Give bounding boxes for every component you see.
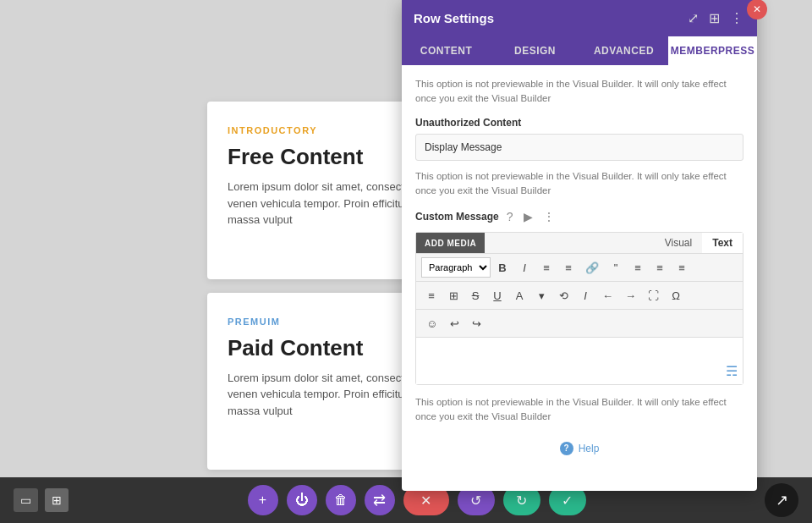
editor-text-tab[interactable]: Text xyxy=(702,233,743,253)
view-buttons: ▭ ⊞ xyxy=(14,488,69,512)
panel-title: Row Settings xyxy=(414,11,494,25)
align-justify-button[interactable]: ≡ xyxy=(421,285,442,306)
editor-content-area[interactable]: ☴ xyxy=(416,338,743,384)
trash-button[interactable]: 🗑 xyxy=(326,485,356,515)
custom-message-header: Custom Message ? ▶ ⋮ xyxy=(415,208,743,225)
arrow-button[interactable]: ↗ xyxy=(765,483,798,517)
editor-view-tabs: Visual Text xyxy=(655,233,743,253)
cursor-button[interactable]: ▶ xyxy=(521,208,535,225)
editor-toolbar-row1: Paragraph B I ≡ ≡ 🔗 " ≡ ≡ ≡ xyxy=(416,254,743,282)
fullscreen-icon[interactable]: ⤢ xyxy=(686,8,700,28)
unauthorized-content-label: Unauthorized Content xyxy=(415,117,743,129)
emoji-button[interactable]: ☺ xyxy=(421,313,442,333)
power-button[interactable]: ⏻ xyxy=(287,485,317,515)
view-mobile-button[interactable]: ⊞ xyxy=(45,488,69,512)
indent-button[interactable]: ⟲ xyxy=(553,285,573,306)
panel-header: Row Settings ⤢ ⊞ ⋮ xyxy=(402,0,757,36)
underline-button[interactable]: U xyxy=(487,285,508,306)
portability-button[interactable]: ⇄ xyxy=(365,485,395,515)
link-button[interactable]: 🔗 xyxy=(580,257,604,278)
view-desktop-button[interactable]: ▭ xyxy=(14,488,38,512)
tab-memberpress[interactable]: MemberPress xyxy=(668,36,757,65)
unauthorized-content-select[interactable]: Display Message xyxy=(415,134,743,161)
tab-design[interactable]: Design xyxy=(491,36,579,65)
undo-editor-button[interactable]: ↩ xyxy=(444,313,464,333)
tab-content[interactable]: Content xyxy=(402,36,491,65)
panel-header-icons: ⤢ ⊞ ⋮ xyxy=(686,8,745,28)
color-down-button[interactable]: ▾ xyxy=(531,285,551,306)
special-char-button[interactable]: Ω xyxy=(666,285,686,306)
outdent-button[interactable]: ← xyxy=(597,285,618,306)
blockquote-button[interactable]: " xyxy=(606,257,626,278)
help-link[interactable]: ? Help xyxy=(415,435,743,462)
help-circle-icon: ? xyxy=(560,442,573,455)
help-label: Help xyxy=(579,443,600,454)
align-center-button[interactable]: ≡ xyxy=(650,257,670,278)
align-right-button[interactable]: ≡ xyxy=(672,257,692,278)
unordered-list-button[interactable]: ≡ xyxy=(536,257,557,278)
top-notice-text: This option is not previewable in the Vi… xyxy=(415,77,743,107)
text-color-button[interactable]: A xyxy=(509,285,529,306)
add-media-button[interactable]: ADD MEDIA xyxy=(416,233,485,253)
custom-message-editor: ADD MEDIA Visual Text Paragraph B I ≡ ≡ … xyxy=(415,232,743,385)
redo-editor-button[interactable]: ↪ xyxy=(466,313,486,333)
fullscreen-editor-button[interactable]: ⛶ xyxy=(643,285,664,306)
editor-top-bar: ADD MEDIA Visual Text xyxy=(416,233,743,254)
tab-advanced[interactable]: Advanced xyxy=(579,36,668,65)
help-tooltip-button[interactable]: ? xyxy=(504,208,516,225)
bottom-notice-text: This option is not previewable in the Vi… xyxy=(415,395,743,425)
panel-body[interactable]: This option is not previewable in the Vi… xyxy=(402,65,757,491)
italic-button[interactable]: I xyxy=(514,257,535,278)
align-left-button[interactable]: ≡ xyxy=(628,257,648,278)
custom-message-label: Custom Message xyxy=(415,211,499,223)
panel-close-button[interactable]: ✕ xyxy=(747,0,767,19)
indent2-button[interactable]: → xyxy=(620,285,641,306)
italic2-button[interactable]: I xyxy=(575,285,595,306)
editor-toolbar-row2: ≡ ⊞ S U A ▾ ⟲ I ← → ⛶ Ω xyxy=(416,282,743,310)
editor-visual-tab[interactable]: Visual xyxy=(655,233,702,253)
add-button[interactable]: + xyxy=(248,485,278,515)
editor-indicator-icon: ☴ xyxy=(726,363,738,379)
strikethrough-button[interactable]: S xyxy=(465,285,486,306)
bold-button[interactable]: B xyxy=(492,257,513,278)
paragraph-select[interactable]: Paragraph xyxy=(421,257,491,278)
more-options-button[interactable]: ⋮ xyxy=(540,208,557,225)
layout-icon[interactable]: ⊞ xyxy=(707,8,721,28)
table-button[interactable]: ⊞ xyxy=(443,285,464,306)
editor-toolbar-row3: ☺ ↩ ↪ xyxy=(416,310,743,338)
mid-notice-text: This option is not previewable in the Vi… xyxy=(415,169,743,199)
panel-tabs: Content Design Advanced MemberPress xyxy=(402,36,757,65)
more-icon[interactable]: ⋮ xyxy=(728,8,745,28)
ordered-list-button[interactable]: ≡ xyxy=(558,257,579,278)
row-settings-panel: ✕ Row Settings ⤢ ⊞ ⋮ Content Design Adva… xyxy=(402,0,757,491)
